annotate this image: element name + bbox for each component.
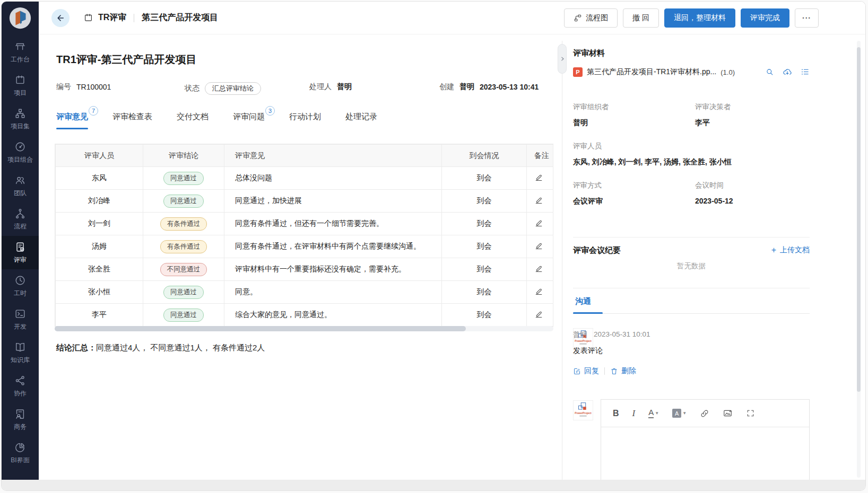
sidebar-item-dev[interactable]: 开发 xyxy=(2,303,39,336)
upload-doc-link[interactable]: + 上传文档 xyxy=(771,245,810,255)
preview-search-icon[interactable] xyxy=(765,67,774,77)
app-logo xyxy=(2,2,39,34)
organizer-value: 普明 xyxy=(573,118,810,128)
meta-number: 编号 TR100001 xyxy=(56,82,111,92)
materials-title: 评审材料 xyxy=(573,48,810,58)
conclusion-tag: 同意通过 xyxy=(163,172,204,185)
download-cloud-icon[interactable] xyxy=(783,67,792,77)
highlight-color-button[interactable]: A▼ xyxy=(672,409,687,418)
attachment-name[interactable]: 第三代产品开发项目-TR1评审材料.pp... xyxy=(587,67,716,77)
minutes-header: 评审会议纪要 + 上传文档 xyxy=(573,245,810,258)
sidebar-item-timesheet[interactable]: 工时 xyxy=(2,269,39,303)
tab-badge-issues: 3 xyxy=(265,106,275,116)
conclusion-tag: 同意通过 xyxy=(163,195,204,208)
page-title: TR1评审-第三代产品开发项目 xyxy=(56,52,196,67)
comment-author: 普明 xyxy=(573,330,587,340)
fullscreen-button[interactable] xyxy=(746,409,755,418)
reply-button[interactable]: 回复 xyxy=(573,366,599,376)
plus-icon: + xyxy=(771,245,776,255)
reviewers-label: 评审人员 xyxy=(573,142,810,151)
sidebar-item-bi[interactable]: BI界面 xyxy=(2,436,39,470)
tab-process-log[interactable]: 处理记录 xyxy=(345,112,377,123)
edit-note-icon[interactable] xyxy=(534,287,543,296)
section-divider xyxy=(573,237,810,237)
return-materials-button[interactable]: 退回，整理材料 xyxy=(664,8,735,28)
status-badge: 汇总评审结论 xyxy=(205,82,261,95)
review-complete-button[interactable]: 评审完成 xyxy=(741,8,789,28)
tab-checklist[interactable]: 评审检查表 xyxy=(112,112,152,123)
conclusion-tag: 不同意通过 xyxy=(160,263,207,276)
svg-text:PowerProject: PowerProject xyxy=(575,340,592,342)
share-icon xyxy=(14,375,26,386)
insert-link-button[interactable] xyxy=(700,409,709,418)
terminal-icon xyxy=(14,308,26,320)
insert-image-button[interactable] xyxy=(723,408,733,418)
delete-button[interactable]: 删除 xyxy=(610,366,636,376)
tab-review-opinions[interactable]: 评审意见 7 xyxy=(56,112,88,123)
svg-text:PowerProject: PowerProject xyxy=(575,412,592,415)
reply-edit-icon xyxy=(573,367,581,375)
review-table: 评审人员 评审结论 评审意见 到会情况 备注 东风 同意通过 总体没问题 到会 xyxy=(55,144,553,327)
tab-deliverables[interactable]: 交付文档 xyxy=(177,112,209,123)
panel-collapse-handle[interactable] xyxy=(558,44,567,74)
back-button[interactable] xyxy=(51,9,70,27)
sidebar-item-knowledge[interactable]: 知识库 xyxy=(2,336,39,369)
editor-input-area[interactable] xyxy=(601,427,809,480)
tab-issues[interactable]: 评审问题 3 xyxy=(233,112,265,123)
meta-row: 编号 TR100001 状态 汇总评审结论 处理人 普明 创建 普明 2023-… xyxy=(56,82,557,95)
scrollbar-thumb[interactable] xyxy=(55,326,466,331)
sidebar-item-review[interactable]: 评审 xyxy=(2,236,39,269)
arrow-left-icon xyxy=(56,13,65,23)
app-logo-icon xyxy=(8,6,32,30)
program-icon xyxy=(14,108,26,119)
sidebar-item-workbench[interactable]: 工作台 xyxy=(2,36,39,69)
meta-created: 创建 普明 2023-05-13 10:41 xyxy=(439,82,539,92)
table-row: 张小恒 同意通过 同意。 到会 xyxy=(56,281,554,304)
comment-meta: 普明 2023-05-31 10:01 xyxy=(573,330,810,340)
detail-tabs: 评审意见 7 评审检查表 交付文档 评审问题 3 行动计划 处理记录 xyxy=(56,112,377,123)
edit-note-icon[interactable] xyxy=(534,218,543,227)
sidebar-item-workflow[interactable]: 流程 xyxy=(2,203,39,236)
sidebar-nav: 工作台 项目 项目集 项目组合 团队 流程 xyxy=(2,36,39,470)
workbench-icon xyxy=(14,41,26,52)
comment-editor: B I A▼ A▼ xyxy=(601,399,810,480)
sidebar-item-business[interactable]: 商务 xyxy=(2,403,39,436)
edit-note-icon[interactable] xyxy=(534,264,543,273)
version-list-icon[interactable] xyxy=(801,67,810,77)
team-icon xyxy=(14,174,26,186)
meta-handler: 处理人 普明 xyxy=(309,82,352,92)
review-icon xyxy=(14,241,26,253)
trash-icon xyxy=(610,367,618,375)
business-doc-icon xyxy=(14,408,26,420)
font-color-button[interactable]: A▼ xyxy=(648,408,659,418)
sidebar-item-project[interactable]: 项目 xyxy=(2,69,39,102)
method-value: 会议评审 xyxy=(573,197,810,206)
sidebar-item-team[interactable]: 团队 xyxy=(2,169,39,203)
more-actions-button[interactable]: ··· xyxy=(795,8,819,28)
attachment-version: (1.0) xyxy=(721,68,735,76)
sidebar-item-program[interactable]: 项目集 xyxy=(2,102,39,136)
conclusion-tag: 有条件通过 xyxy=(160,240,207,253)
edit-note-icon[interactable] xyxy=(534,196,543,205)
comm-tab-track xyxy=(573,313,810,314)
main-content: TR1评审-第三代产品开发项目 编号 TR100001 状态 汇总评审结论 处理… xyxy=(56,34,557,480)
book-icon xyxy=(14,341,26,353)
bold-button[interactable]: B xyxy=(613,409,619,418)
sidebar-item-collab[interactable]: 协作 xyxy=(2,369,39,403)
decider-value: 李平 xyxy=(695,118,710,128)
review-flag-icon xyxy=(83,13,93,23)
edit-note-icon[interactable] xyxy=(534,241,543,250)
edit-note-icon[interactable] xyxy=(534,173,543,182)
sidebar-item-portfolio[interactable]: 项目组合 xyxy=(2,136,39,169)
withdraw-button[interactable]: 撤 回 xyxy=(623,8,659,28)
topbar: TR评审 第三代产品开发项目 流程图 撤 回 退回，整理材料 评审完成 ··· xyxy=(39,2,865,34)
organizer-label: 评审组织者 xyxy=(573,102,810,112)
italic-button[interactable]: I xyxy=(632,408,636,419)
tab-communication[interactable]: 沟通 xyxy=(575,296,591,306)
flowchart-button[interactable]: 流程图 xyxy=(564,8,618,28)
edit-note-icon[interactable] xyxy=(534,310,543,319)
table-row: 东风 同意通过 总体没问题 到会 xyxy=(56,167,554,190)
panel-scrollbar-thumb[interactable] xyxy=(857,47,861,392)
tab-action-plan[interactable]: 行动计划 xyxy=(289,112,321,123)
minutes-title: 评审会议纪要 xyxy=(573,245,621,254)
